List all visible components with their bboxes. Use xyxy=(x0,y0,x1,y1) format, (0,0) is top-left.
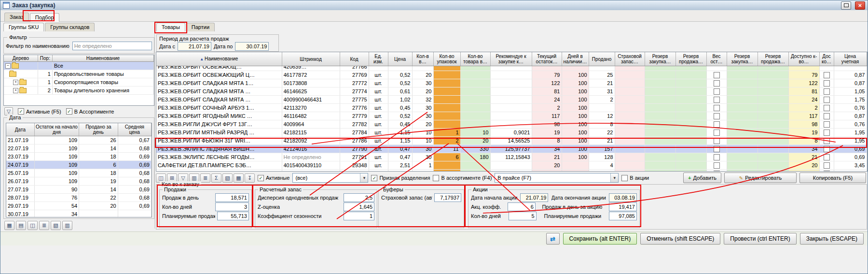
cell[interactable]: 109 xyxy=(34,144,79,153)
cell[interactable] xyxy=(412,66,433,71)
cell[interactable] xyxy=(758,161,788,170)
tree-row[interactable]: +1Скоропортящиеся товары xyxy=(4,78,154,87)
column-header[interactable]: Цена xyxy=(388,52,412,66)
cell[interactable]: 0,52 xyxy=(388,71,412,79)
date-row[interactable]: 21.07.19109260,67 xyxy=(6,136,152,144)
cell[interactable]: РЕЗ.ЖЕВ.РИГЛИ МЯТНЫЙ РАЗРЯД … xyxy=(156,129,282,137)
cell[interactable]: 1,95 xyxy=(834,137,867,145)
cell[interactable] xyxy=(490,104,532,112)
column-header[interactable]: Резерв закупка… xyxy=(645,52,675,66)
table-row[interactable]: РЕЗ.ЖЕВ.РИГЛИ ФЬЮЖН 31Г WRI…421820922778… xyxy=(156,137,867,145)
cell[interactable] xyxy=(727,170,758,172)
cell[interactable]: РЕЗ.ЖЕВ.ЭКЛИПС ЛЕСНЫЕ ЯГОДЫ… xyxy=(156,153,282,161)
row-flag-checkbox[interactable] xyxy=(714,72,720,78)
cell[interactable] xyxy=(490,120,532,129)
cell[interactable]: 10 xyxy=(412,137,433,145)
cell[interactable]: 29.07.19 xyxy=(6,202,34,210)
cell[interactable]: 157 xyxy=(589,145,615,153)
table-row[interactable]: РЕЗ.ЖЕВ.ОРБИТ СЛАДКАЯ МЯТА …400990046643… xyxy=(156,96,867,104)
cell[interactable]: 0,68 xyxy=(118,144,151,153)
cell[interactable]: 0,68 xyxy=(118,177,151,186)
cell[interactable]: 14,56525 xyxy=(490,137,532,145)
cell[interactable]: РЕЗ.ЖЕВ.РИГЛИ ДЖУСИ ФРУТ 13Г… xyxy=(156,120,282,129)
cell[interactable] xyxy=(675,129,706,137)
excel-icon[interactable]: ▥ xyxy=(62,221,72,230)
cell[interactable]: 20 xyxy=(460,137,490,145)
date-row[interactable]: 29.07.1954200,69 xyxy=(6,202,152,210)
row-flag-checkbox[interactable] xyxy=(824,72,830,78)
cell[interactable] xyxy=(758,170,788,172)
tree-row[interactable]: 1Продовольственные товары xyxy=(4,70,154,78)
cell[interactable]: РЕЗ.ЖЕВ.ОРБИТ ОСВЕЖАЮЩИЙ Ц… xyxy=(156,71,282,79)
cell[interactable]: 0,69 xyxy=(118,153,151,161)
column-header[interactable]: Кол-во товара в… xyxy=(460,52,490,66)
row-flag-checkbox[interactable] xyxy=(714,121,720,128)
cell[interactable] xyxy=(727,129,758,137)
cell[interactable] xyxy=(433,66,460,71)
name-filter-input[interactable]: Не определено xyxy=(72,42,152,50)
cell[interactable] xyxy=(615,120,645,129)
split-flag-checkbox[interactable]: Признак разделения xyxy=(371,175,430,181)
cell[interactable] xyxy=(706,170,727,172)
cell[interactable] xyxy=(615,87,645,96)
cell[interactable] xyxy=(727,112,758,120)
tree-node-cell[interactable]: − xyxy=(4,62,38,70)
cell[interactable] xyxy=(532,170,562,172)
date-row[interactable]: 28.07.1976220,68 xyxy=(6,194,152,202)
cell[interactable] xyxy=(675,170,706,172)
print-icon[interactable]: ▧ xyxy=(222,173,233,183)
cell[interactable] xyxy=(645,137,675,145)
cell[interactable]: 46146625 xyxy=(282,87,340,96)
cell[interactable]: 98 xyxy=(788,120,819,129)
cell[interactable]: 100 xyxy=(562,137,589,145)
cell[interactable] xyxy=(645,129,675,137)
cell[interactable] xyxy=(118,210,151,218)
cell[interactable]: 24.07.19 xyxy=(6,161,34,169)
cell[interactable]: 28.07.19 xyxy=(6,194,34,202)
table-row[interactable]: РЕЗ.ЖЕВ.ОРБИТ ОСВЕЖАЮЩИЙ Ц…4617787227769… xyxy=(156,71,867,79)
cell[interactable] xyxy=(706,129,727,137)
active-checkbox[interactable]: Активные xyxy=(258,175,289,181)
date-row[interactable]: 30.07.1934 xyxy=(6,210,152,218)
cell[interactable]: шт. xyxy=(369,96,388,104)
cell[interactable] xyxy=(758,112,788,120)
cell[interactable]: 23.07.19 xyxy=(6,153,34,161)
table-row[interactable]: РЕЗ.ЖЕВ.ЭКЛИПС ЛЕДЯНАЯ ВИШН…421240162779… xyxy=(156,145,867,153)
cell[interactable]: 29348 xyxy=(340,161,369,170)
cell[interactable] xyxy=(819,104,834,112)
cell[interactable] xyxy=(727,137,758,145)
cell[interactable]: шт. xyxy=(369,129,388,137)
cell[interactable]: шт. xyxy=(369,79,388,87)
cell[interactable] xyxy=(562,66,589,71)
cell[interactable] xyxy=(758,120,788,129)
cell[interactable]: шт. xyxy=(369,71,388,79)
cell[interactable] xyxy=(562,170,589,172)
cell[interactable]: 21 xyxy=(532,153,562,161)
cell[interactable]: Скоропортящиеся товары xyxy=(52,78,153,87)
cell[interactable] xyxy=(819,137,834,145)
column-header[interactable]: Пор: xyxy=(38,55,52,62)
tab-batches[interactable]: Партии xyxy=(186,23,215,31)
tab-order[interactable]: Заказ xyxy=(4,13,29,21)
row-flag-checkbox[interactable] xyxy=(824,88,830,95)
cell[interactable]: САЛФЕТКИ ДЕТ.ВЛ.ПАМПЕРС БЭБ… xyxy=(156,161,282,170)
cell[interactable] xyxy=(819,87,834,96)
promo-sales-per-day-input[interactable]: 19,417 xyxy=(609,202,637,211)
cell[interactable] xyxy=(645,96,675,104)
row-flag-checkbox[interactable] xyxy=(824,146,830,152)
date-row[interactable]: 22.07.19109140,68 xyxy=(6,144,152,153)
row-flag-checkbox[interactable] xyxy=(714,97,720,103)
cell[interactable]: 8 xyxy=(589,120,615,129)
cell[interactable] xyxy=(675,145,706,153)
cell[interactable] xyxy=(615,112,645,120)
column-header[interactable]: Продано xyxy=(589,52,615,66)
column-header[interactable]: Кол-в в… xyxy=(412,52,433,66)
cell[interactable]: Все xyxy=(52,62,153,70)
cell[interactable]: 27776 xyxy=(340,104,369,112)
cell[interactable] xyxy=(645,104,675,112)
all-dropdown[interactable]: (все)▾ xyxy=(292,173,368,183)
cell[interactable]: 90 xyxy=(34,186,79,194)
cell[interactable] xyxy=(490,170,532,172)
cell[interactable]: 128 xyxy=(589,153,615,161)
cell[interactable]: 117 xyxy=(532,112,562,120)
